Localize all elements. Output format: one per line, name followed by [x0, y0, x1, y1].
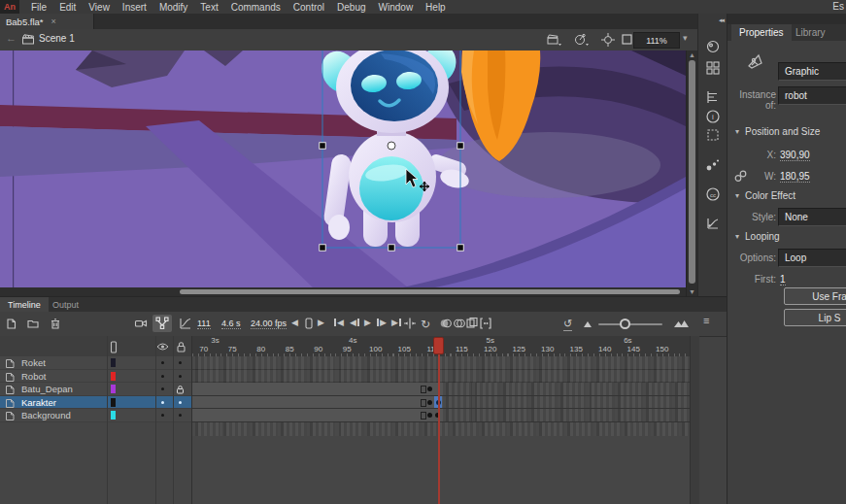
layer-row-Karakter[interactable]: Karakter — [0, 396, 192, 410]
new-folder-button[interactable] — [26, 317, 40, 330]
creative-cloud-icon[interactable]: cc — [705, 186, 721, 202]
workspace-switcher[interactable]: Es — [832, 1, 844, 12]
align-panel-icon[interactable] — [705, 89, 721, 105]
layer-visibility-toggle[interactable] — [161, 361, 164, 364]
timeline-zoom-slider-knob[interactable] — [620, 319, 630, 329]
frame-rate-field[interactable]: 24.00 fps — [251, 319, 287, 329]
frame-span[interactable] — [192, 383, 444, 395]
tab-properties[interactable]: Properties — [731, 24, 792, 41]
layer-row-Batu_Depan[interactable]: Batu_Depan — [0, 383, 192, 396]
menu-item-help[interactable]: Help — [425, 2, 446, 13]
menu-item-modify[interactable]: Modify — [159, 2, 187, 13]
layer-locked-icon[interactable] — [176, 385, 185, 394]
position-size-section-header[interactable]: ▾ Position and Size — [735, 126, 820, 137]
symbol-type-dropdown[interactable]: Graphic — [778, 62, 846, 81]
swatches-panel-icon[interactable] — [705, 60, 721, 76]
track-row-Karakter[interactable] — [192, 396, 690, 410]
menu-item-control[interactable]: Control — [293, 2, 324, 13]
timeline-vertical-scrollbar[interactable] — [690, 336, 699, 504]
history-graph-panel-icon[interactable] — [705, 216, 721, 231]
menu-item-text[interactable]: Text — [200, 2, 218, 13]
menu-item-commands[interactable]: Commands — [231, 2, 281, 13]
center-stage-button[interactable] — [601, 33, 615, 47]
playhead[interactable] — [433, 337, 444, 354]
layer-row-Robot[interactable]: Robot — [0, 370, 192, 384]
eye-column-icon[interactable] — [156, 342, 169, 352]
stage-zoom-select[interactable]: 111% — [633, 32, 680, 49]
menu-item-insert[interactable]: Insert — [122, 2, 147, 13]
document-tab[interactable]: Bab5.fla* × — [0, 14, 94, 29]
edit-symbols-button[interactable] — [574, 33, 590, 47]
add-camera-button[interactable] — [134, 317, 148, 330]
tab-timeline[interactable]: Timeline — [0, 297, 49, 312]
delete-layer-button[interactable] — [49, 317, 62, 330]
track-row-Roket[interactable] — [192, 356, 690, 370]
looping-section-header[interactable]: ▾ Looping — [735, 231, 780, 242]
layer-visibility-toggle[interactable] — [161, 375, 164, 378]
layer-visibility-toggle[interactable] — [161, 401, 164, 404]
timeline-panel-menu-icon[interactable]: ≡ — [703, 315, 709, 326]
step-forward-button[interactable]: ▶ — [318, 318, 324, 327]
layer-row-Roket[interactable]: Roket — [0, 356, 192, 370]
layer-row-Background[interactable]: Background — [0, 409, 192, 422]
style-dropdown[interactable]: None — [778, 208, 846, 226]
elapsed-time-field[interactable]: 4.6 s — [221, 319, 241, 329]
clip-content-button[interactable] — [621, 33, 633, 46]
empty-frames[interactable] — [443, 409, 690, 421]
frame-span[interactable] — [192, 409, 444, 421]
zoom-in-frames-icon[interactable] — [674, 319, 688, 332]
center-frame-button[interactable] — [403, 317, 417, 330]
layer-lock-toggle[interactable] — [179, 375, 182, 378]
instance-name-field[interactable]: robot — [778, 86, 846, 105]
step-back-button[interactable]: ◀ — [291, 318, 298, 327]
empty-frames[interactable] — [443, 383, 690, 395]
timeline-zoom-slider[interactable] — [598, 323, 662, 325]
edit-scene-button[interactable] — [547, 33, 562, 47]
previous-frame-button[interactable]: ◀ — [350, 318, 359, 327]
color-effect-section-header[interactable]: ▾ Color Effect — [735, 190, 795, 201]
zoom-chevron-down-icon[interactable]: ▾ — [683, 33, 688, 43]
layer-visibility-toggle[interactable] — [161, 414, 164, 417]
menu-item-window[interactable]: Window — [379, 2, 414, 13]
scroll-down-icon[interactable]: ▼ — [689, 288, 695, 295]
use-frame-picker-button[interactable]: Use Fra — [784, 287, 846, 305]
loop-options-dropdown[interactable]: Loop — [778, 249, 846, 267]
track-row-Background[interactable] — [192, 409, 690, 422]
modify-markers-button[interactable] — [479, 317, 492, 330]
frame-span[interactable] — [192, 396, 444, 409]
layer-outline-color[interactable] — [111, 372, 116, 381]
back-arrow-icon[interactable]: ← — [6, 32, 17, 44]
empty-grid-row[interactable] — [192, 422, 690, 436]
scroll-up-icon[interactable]: ▲ — [689, 51, 695, 58]
loop-playback-button[interactable]: ↻ — [421, 318, 430, 331]
close-tab-icon[interactable]: × — [51, 17, 56, 26]
go-to-last-frame-button[interactable]: ▶ — [391, 318, 401, 327]
show-graph-editor-button[interactable] — [179, 317, 192, 330]
layer-outline-color[interactable] — [111, 358, 116, 367]
edit-multiple-frames-button[interactable] — [465, 317, 479, 330]
menu-item-debug[interactable]: Debug — [337, 2, 365, 13]
tab-output[interactable]: Output — [45, 297, 86, 312]
horizontal-scrollbar[interactable] — [0, 287, 686, 296]
transform-panel-icon[interactable] — [705, 127, 721, 143]
next-frame-button[interactable]: ▶ — [377, 318, 387, 327]
reset-timeline-zoom-button[interactable]: ↺ — [563, 318, 572, 331]
w-value[interactable]: 180,95 — [780, 171, 810, 183]
vertical-scrollbar-thumb[interactable] — [689, 60, 695, 284]
tab-library[interactable]: Library — [790, 24, 831, 41]
layer-lock-toggle[interactable] — [179, 401, 182, 404]
menu-item-view[interactable]: View — [88, 2, 110, 13]
layer-lock-toggle[interactable] — [179, 361, 182, 364]
layer-outline-color[interactable] — [111, 411, 116, 420]
first-frame-value[interactable]: 1 — [780, 274, 786, 286]
track-row-Batu_Depan[interactable] — [192, 383, 690, 396]
go-to-first-frame-button[interactable]: ◀ — [334, 318, 344, 327]
new-layer-button[interactable] — [5, 317, 18, 330]
layer-visibility-toggle[interactable] — [161, 387, 164, 390]
keyframe-dot[interactable] — [427, 400, 432, 405]
x-value[interactable]: 390,90 — [780, 150, 810, 161]
onion-skin-button[interactable] — [439, 317, 453, 330]
horizontal-scrollbar-thumb[interactable] — [180, 289, 680, 294]
info-panel-icon[interactable]: i — [705, 109, 721, 124]
collapse-panels-icon[interactable]: ◂◂ — [719, 17, 724, 24]
